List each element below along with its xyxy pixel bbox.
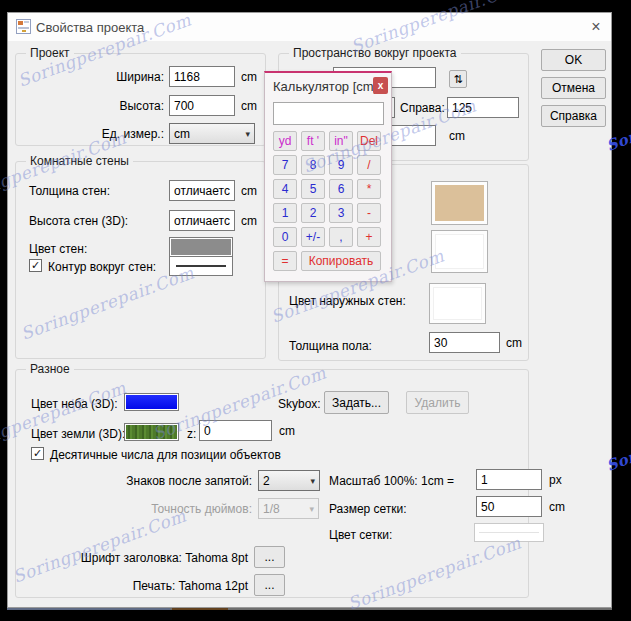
decimal-positions-label: Десятичные числа для позиции объектов — [50, 448, 281, 462]
group-space-around-title: Пространство вокруг проекта — [289, 46, 461, 60]
scale-input[interactable] — [476, 469, 542, 490]
wall-color-swatch[interactable] — [169, 237, 233, 257]
decimals-label: Знаков после запятой: — [68, 474, 252, 488]
wall-thickness-unit: cm — [241, 184, 257, 198]
skybox-label: Skybox: — [278, 397, 321, 411]
calc-key-Del[interactable]: Del — [357, 131, 381, 151]
inch-precision-value: 1/8 — [263, 502, 280, 516]
taskbar-window-segment — [172, 608, 228, 610]
title-bar: Свойства проекта × — [8, 13, 611, 41]
dialog-title: Свойства проекта — [36, 20, 144, 35]
calc-key-+[interactable]: + — [357, 227, 381, 247]
inch-precision-label: Точность дюймов: — [68, 502, 252, 516]
exterior-wall-color-swatch[interactable] — [429, 283, 486, 324]
header-font-button[interactable]: ... — [254, 546, 285, 568]
inch-precision-combobox: 1/8 ▾ — [258, 498, 319, 519]
calc-key-,[interactable]: , — [329, 227, 353, 247]
calculator-title: Калькулятор [cm] — [273, 79, 377, 94]
group-room-walls-title: Комнатные стены — [26, 154, 133, 168]
floor-thickness-label: Толщина пола: — [289, 339, 372, 353]
calc-key-+/-[interactable]: +/- — [301, 227, 325, 247]
decimals-value: 2 — [263, 474, 270, 488]
group-misc-title: Разное — [26, 362, 74, 376]
wall-height-input[interactable] — [169, 210, 235, 231]
calculator-close-icon[interactable]: x — [373, 77, 388, 94]
link-values-icon[interactable]: ⇅ — [449, 70, 467, 88]
calc-key-9[interactable]: 9 — [329, 155, 353, 175]
grid-color-label: Цвет сетки: — [329, 528, 392, 542]
floor-thickness-unit: cm — [506, 336, 522, 350]
units-combobox[interactable]: cm ▾ — [169, 123, 255, 144]
floor-thickness-input[interactable] — [429, 332, 500, 353]
calculator-window: Калькулятор [cm] x ydft 'in"Del789/456*1… — [264, 71, 392, 282]
wall-thickness-label: Толщина стен: — [29, 184, 110, 198]
space-unit: cm — [449, 129, 465, 143]
grid-size-unit: cm — [549, 500, 565, 514]
calculator-display[interactable] — [273, 102, 384, 125]
wall-outline-style-button[interactable] — [169, 256, 233, 276]
chevron-down-icon: ▾ — [310, 476, 315, 486]
decimals-combobox[interactable]: 2 ▾ — [258, 470, 320, 491]
calc-key-6[interactable]: 6 — [329, 179, 353, 199]
calc-key-2[interactable]: 2 — [301, 203, 325, 223]
z-input[interactable] — [199, 420, 272, 441]
grid-size-label: Размер сетки: — [329, 502, 407, 516]
calc-key-3[interactable]: 3 — [329, 203, 353, 223]
wall-outline-checkbox[interactable]: ✓ — [29, 259, 42, 272]
cancel-button[interactable]: Отмена — [541, 77, 606, 99]
calc-key--[interactable]: - — [357, 203, 381, 223]
z-unit: cm — [279, 424, 295, 438]
calc-key-/[interactable]: / — [357, 155, 381, 175]
calc-key-yd[interactable]: yd — [273, 131, 297, 151]
decimal-positions-checkbox[interactable]: ✓ — [31, 447, 44, 460]
calc-key-4[interactable]: 4 — [273, 179, 297, 199]
skybox-remove-button: Удалить — [406, 391, 469, 414]
ceiling-color-swatch[interactable] — [431, 230, 488, 273]
calc-key-7[interactable]: 7 — [273, 155, 297, 175]
print-font-label: Печать: Tahoma 12pt — [36, 579, 248, 593]
wall-height-label: Высота стен (3D): — [29, 214, 128, 228]
calc-key-in"[interactable]: in" — [329, 131, 353, 151]
scale-label: Масштаб 100%: 1cm = — [329, 474, 454, 488]
ground-color-swatch[interactable] — [124, 423, 179, 441]
calc-key-*[interactable]: * — [357, 179, 381, 199]
calc-key-8[interactable]: 8 — [301, 155, 325, 175]
width-unit: cm — [241, 70, 257, 84]
calc-key-0[interactable]: 0 — [273, 227, 297, 247]
sky-color-label: Цвет неба (3D): — [31, 397, 118, 411]
skybox-set-button[interactable]: Задать... — [324, 391, 389, 414]
calc-key-5[interactable]: 5 — [301, 179, 325, 199]
print-font-button[interactable]: ... — [254, 574, 285, 596]
z-label: z: — [187, 427, 196, 441]
width-label: Ширина: — [28, 70, 164, 84]
taskbar-window-segment — [7, 608, 170, 610]
width-input[interactable] — [169, 66, 235, 87]
units-value: cm — [174, 127, 190, 141]
grid-size-input[interactable] — [476, 496, 542, 517]
help-button[interactable]: Справка — [541, 105, 606, 127]
height-label: Высота: — [28, 99, 164, 113]
sky-color-swatch[interactable] — [124, 393, 179, 411]
ground-color-label: Цвет земли (3D): — [31, 427, 125, 441]
space-right-input[interactable] — [447, 97, 519, 118]
wall-outline-label: Контур вокруг стен: — [48, 260, 156, 274]
calc-key-ft '[interactable]: ft ' — [301, 131, 325, 151]
wall-thickness-input[interactable] — [169, 180, 235, 201]
ok-button[interactable]: OK — [541, 49, 606, 71]
height-unit: cm — [241, 99, 257, 113]
space-right-label: Справа: — [400, 101, 445, 115]
chevron-down-icon: ▾ — [245, 129, 250, 139]
calc-key-1[interactable]: 1 — [273, 203, 297, 223]
app-icon — [16, 19, 31, 34]
calc-key-Копировать[interactable]: Копировать — [301, 251, 381, 271]
height-input[interactable] — [169, 95, 235, 116]
group-project-title: Проект — [26, 46, 74, 60]
floor-color-swatch[interactable] — [431, 181, 488, 225]
close-icon[interactable]: × — [582, 16, 610, 38]
calc-key-=[interactable]: = — [273, 251, 297, 271]
chevron-down-icon: ▾ — [309, 504, 314, 514]
screenshot-root: Свойства проекта × OK Отмена Справка Про… — [0, 0, 631, 621]
units-label: Ед. измер.: — [28, 127, 164, 141]
grid-color-swatch[interactable] — [474, 523, 544, 542]
wall-height-unit: cm — [241, 214, 257, 228]
